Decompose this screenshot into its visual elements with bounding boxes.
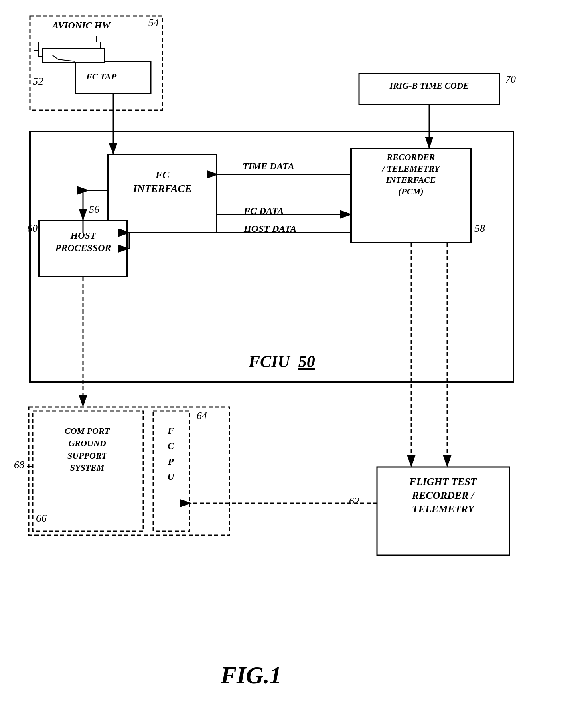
ref-54: 54 — [148, 17, 159, 29]
svg-line-7 — [58, 59, 75, 61]
fciu-label: FCIU 50 — [249, 352, 315, 371]
irig-b-label: IRIG-B TIME CODE — [364, 80, 495, 92]
svg-rect-5 — [38, 42, 100, 56]
ref-66: 66 — [36, 512, 47, 524]
fc-tap-label: FC TAP — [86, 71, 116, 83]
time-data-label: TIME DATA — [243, 160, 294, 172]
flight-test-label: FLIGHT TESTRECORDER /TELEMETRY — [382, 475, 504, 516]
ref-68: 68 — [14, 459, 24, 471]
ref-58: 58 — [474, 222, 485, 235]
ref-60: 60 — [27, 222, 38, 235]
fc-interface-label: FCINTERFACE — [112, 168, 213, 196]
host-data-label: HOST DATA — [244, 223, 296, 234]
ref-62: 62 — [349, 495, 359, 507]
svg-rect-6 — [42, 48, 104, 62]
recorder-telemetry-label: RECORDER/ TELEMETRYINTERFACE(PCM) — [354, 152, 468, 197]
svg-line-8 — [52, 55, 58, 59]
avionic-hw-label: AVIONIC HW — [52, 19, 111, 32]
ref-52: 52 — [33, 75, 43, 87]
com-port-label: COM PORTGROUNDSUPPORTSYSTEM — [36, 425, 138, 474]
fig-label: FIG.1 — [221, 661, 282, 689]
fc-data-label: FC DATA — [244, 206, 284, 216]
ref-70: 70 — [505, 73, 516, 85]
ref-64: 64 — [197, 410, 207, 422]
svg-rect-4 — [34, 36, 96, 50]
ref-56: 56 — [89, 204, 99, 216]
host-processor-label: HOSTPROCESSOR — [42, 229, 124, 254]
diagram-container: AVIONIC HW 54 FC TAP 52 IRIG-B TIME CODE… — [0, 0, 588, 714]
fcpu-label: FCPU — [157, 423, 185, 485]
